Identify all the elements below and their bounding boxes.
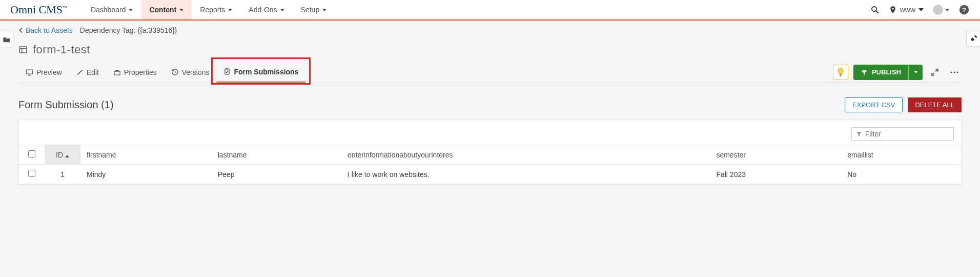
select-all-checkbox[interactable]: [28, 150, 35, 157]
section-header: Form Submission (1) EXPORT CSV DELETE AL…: [18, 97, 962, 112]
chevron-down-icon: [228, 9, 232, 11]
tab-form-submissions[interactable]: Form Submissions: [216, 62, 305, 83]
chevron-down-icon: [918, 8, 924, 11]
nav-addons[interactable]: Add-Ons: [240, 0, 292, 19]
tab-label: Properties: [124, 68, 157, 76]
user-menu[interactable]: [933, 5, 949, 15]
tab-actions: PUBLISH: [833, 65, 962, 80]
panel-toolbar: [19, 120, 961, 145]
cell-emaillist: No: [841, 165, 961, 184]
chevron-down-icon: [179, 9, 183, 11]
page-title-row: form-1-test: [18, 43, 962, 56]
content-tabs: Preview Edit Properties Versions Form Su…: [18, 62, 962, 83]
col-firstname[interactable]: firstname: [80, 145, 212, 165]
filter-input-wrap[interactable]: [851, 127, 954, 141]
section-title: Form Submission (1): [18, 99, 114, 111]
plug-icon: [970, 34, 978, 43]
expand-icon: [931, 68, 939, 76]
svg-rect-13: [840, 74, 842, 75]
chevron-down-icon: [945, 9, 949, 11]
tab-label: Edit: [87, 68, 99, 76]
avatar-icon: [933, 5, 943, 15]
nav-setup[interactable]: Setup: [293, 0, 335, 19]
section-actions: EXPORT CSV DELETE ALL: [845, 97, 962, 112]
file-panel-toggle[interactable]: [0, 32, 13, 47]
filter-input[interactable]: [865, 130, 949, 138]
svg-point-0: [872, 7, 876, 11]
publish-label: PUBLISH: [872, 68, 901, 76]
chevron-down-icon: [914, 71, 918, 73]
lightbulb-button[interactable]: [833, 65, 848, 80]
chevron-left-icon: [18, 27, 24, 33]
site-label: www: [900, 6, 915, 14]
chevron-down-icon: [129, 9, 133, 11]
toolbox-icon: [113, 69, 121, 76]
tab-edit[interactable]: Edit: [69, 62, 106, 83]
svg-point-19: [950, 71, 952, 73]
back-label: Back to Assets: [26, 26, 73, 34]
main-content: form-1-test Preview Edit Properties Vers…: [0, 43, 980, 205]
tab-label: Form Submissions: [234, 68, 298, 76]
row-select-checkbox[interactable]: [28, 170, 35, 177]
col-lastname[interactable]: lastname: [212, 145, 341, 165]
more-horizontal-icon: [950, 71, 958, 73]
sort-asc-icon: [65, 155, 69, 157]
tab-versions[interactable]: Versions: [164, 62, 217, 83]
nav-content[interactable]: Content: [141, 0, 192, 19]
select-all-header: [19, 145, 45, 165]
svg-point-21: [956, 71, 958, 73]
export-csv-button[interactable]: EXPORT CSV: [845, 97, 903, 112]
svg-rect-4: [19, 47, 27, 53]
lightbulb-icon: [837, 68, 844, 77]
top-nav-right: www ?: [870, 4, 970, 15]
cell-interests: I like to work on websites.: [341, 165, 710, 184]
nav-dashboard[interactable]: Dashboard: [83, 0, 141, 19]
svg-rect-10: [114, 71, 120, 75]
tab-label: Versions: [182, 68, 210, 76]
chevron-down-icon: [322, 9, 326, 11]
monitor-icon: [26, 69, 33, 76]
svg-rect-14: [840, 75, 841, 76]
form-icon: [18, 45, 28, 54]
pencil-icon: [76, 69, 84, 76]
publish-dropdown[interactable]: [908, 65, 923, 80]
more-button[interactable]: [947, 65, 962, 80]
top-menu: Dashboard Content Reports Add-Ons Setup: [83, 0, 335, 19]
site-switcher[interactable]: www: [889, 6, 924, 14]
table-row[interactable]: 1 Mindy Peep I like to work on websites.…: [19, 165, 961, 184]
back-to-assets-link[interactable]: Back to Assets: [18, 26, 73, 34]
publish-main[interactable]: PUBLISH: [853, 68, 908, 76]
col-emaillist[interactable]: emaillist: [841, 145, 961, 165]
publish-button[interactable]: PUBLISH: [853, 65, 923, 80]
submissions-table: ID firstname lastname enterinformationab…: [19, 145, 961, 184]
nav-reports[interactable]: Reports: [192, 0, 240, 19]
page-title: form-1-test: [33, 43, 90, 56]
delete-all-button[interactable]: DELETE ALL: [908, 97, 962, 112]
col-id[interactable]: ID: [45, 145, 80, 165]
svg-line-1: [876, 11, 879, 13]
chevron-down-icon: [280, 9, 284, 11]
tab-preview[interactable]: Preview: [18, 62, 69, 83]
search-icon[interactable]: [870, 5, 880, 14]
filter-icon: [856, 131, 862, 137]
svg-text:?: ?: [962, 6, 966, 14]
antenna-icon: [861, 69, 868, 76]
row-select-cell: [19, 165, 45, 184]
svg-rect-11: [225, 69, 229, 74]
cell-firstname: Mindy: [80, 165, 212, 184]
top-navigation: Omni CMS™ Dashboard Content Reports Add-…: [0, 0, 980, 21]
cell-semester: Fall 2023: [710, 165, 841, 184]
col-interests[interactable]: enterinformationaboutyourinteres: [341, 145, 710, 165]
cell-id: 1: [45, 165, 80, 184]
history-icon: [171, 68, 179, 76]
svg-rect-12: [227, 68, 228, 69]
expand-button[interactable]: [928, 65, 942, 80]
cell-lastname: Peep: [212, 165, 341, 184]
clipboard-check-icon: [223, 68, 231, 75]
plugin-panel-toggle[interactable]: [967, 31, 980, 46]
brand-logo: Omni CMS™: [10, 3, 67, 16]
breadcrumb: Back to Assets Dependency Tag: {{a:33951…: [0, 21, 980, 40]
help-icon[interactable]: ?: [958, 4, 970, 15]
tab-properties[interactable]: Properties: [106, 62, 164, 83]
col-semester[interactable]: semester: [710, 145, 841, 165]
